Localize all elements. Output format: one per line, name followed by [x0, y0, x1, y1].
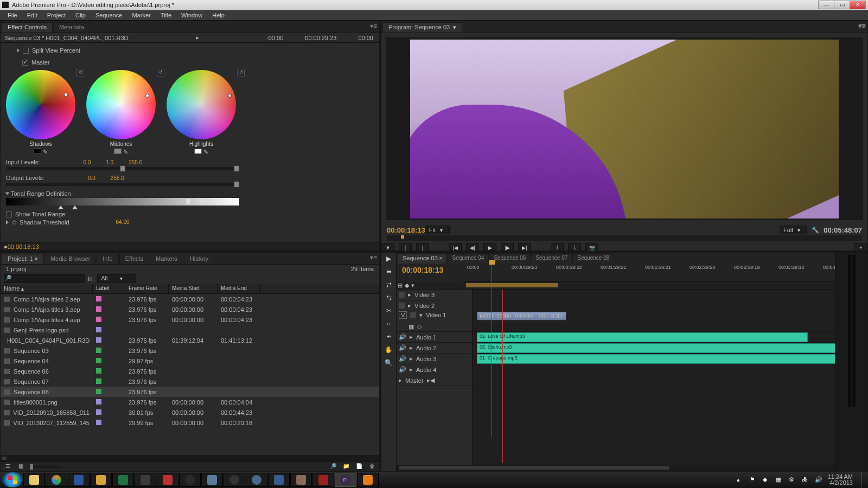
shadows-color-wheel[interactable]: [6, 70, 75, 139]
task-explorer[interactable]: [23, 473, 45, 487]
input-levels-slider[interactable]: [6, 167, 239, 170]
tab-sequence-06[interactable]: Sequence 06: [489, 253, 531, 264]
ripple-edit-tool[interactable]: ⇄: [384, 281, 394, 291]
slip-tool[interactable]: ↔: [384, 320, 394, 330]
track-select-tool[interactable]: ⬌: [384, 268, 394, 278]
icon-view-button[interactable]: ▦: [17, 463, 24, 471]
tray-icon[interactable]: ◆: [763, 476, 770, 484]
razor-tool[interactable]: ✂: [384, 307, 394, 317]
snap-button[interactable]: ⊞: [398, 282, 403, 289]
mark-out-point-button[interactable]: }: [416, 243, 429, 251]
project-row[interactable]: Sequence 0723.976 fps: [1, 376, 379, 387]
project-row[interactable]: Comp 1/Vajra titles 3.aep23.976 fps00:00…: [1, 304, 379, 314]
tab-sequence-04[interactable]: Sequence 04: [447, 253, 489, 264]
mark-in-button[interactable]: ▼: [381, 243, 394, 251]
task-premiere[interactable]: Pr: [335, 473, 356, 487]
find-button[interactable]: 🔎: [329, 463, 337, 471]
tab-media-browser[interactable]: Media Browser: [44, 254, 96, 264]
task-app-1[interactable]: [135, 473, 156, 487]
project-h-scroll[interactable]: [1, 455, 379, 461]
settings-icon[interactable]: 🔧: [812, 227, 819, 234]
project-row[interactable]: Sequence 0323.976 fps: [1, 345, 379, 356]
program-timecode-left[interactable]: 00:00:18:13: [387, 226, 425, 234]
tab-sequence-03[interactable]: Sequence 03 ×: [398, 253, 447, 264]
panel-menu-icon[interactable]: ▾≡: [370, 254, 377, 261]
fit-dropdown[interactable]: Fit ▾: [425, 226, 450, 234]
timeline-h-scroll[interactable]: [397, 465, 835, 471]
tab-sequence-08[interactable]: Sequence 08: [572, 253, 614, 264]
project-row[interactable]: Sequence 0429.97 fps: [1, 356, 379, 366]
task-outlook[interactable]: [90, 473, 112, 487]
rolling-edit-tool[interactable]: ⇆: [384, 294, 394, 304]
menu-clip[interactable]: Clip: [71, 11, 90, 20]
input-level-white[interactable]: 255.0: [129, 159, 142, 165]
eyedropper-icon[interactable]: ✎: [123, 149, 128, 155]
tab-history[interactable]: History: [184, 254, 214, 264]
project-row[interactable]: Sequence 0823.976 fps: [1, 387, 379, 397]
work-area-bar[interactable]: [466, 283, 558, 287]
tab-info[interactable]: Info: [97, 254, 118, 264]
task-app-8[interactable]: [290, 473, 312, 487]
selection-tool[interactable]: ▶: [384, 255, 394, 265]
play-button[interactable]: ▶: [483, 243, 496, 251]
tray-volume-icon[interactable]: 🔊: [815, 476, 822, 484]
task-vlc[interactable]: [357, 473, 379, 487]
midtones-reset-button[interactable]: ↺: [157, 69, 164, 76]
tab-metadata[interactable]: Metadata: [53, 22, 90, 33]
track-video-2[interactable]: ▸Video 2: [397, 300, 472, 311]
tab-sequence-07[interactable]: Sequence 07: [531, 253, 572, 264]
list-view-button[interactable]: ☰: [4, 463, 11, 471]
audio-clip-2[interactable]: 05. Otoño.mp3: [477, 343, 835, 353]
tray-icon[interactable]: ⚙: [789, 476, 796, 484]
project-row[interactable]: Sequence 0623.976 fps: [1, 366, 379, 376]
program-scrubber[interactable]: [387, 235, 862, 241]
task-word[interactable]: [68, 473, 90, 487]
marker-button[interactable]: ◆: [405, 282, 409, 289]
task-chrome[interactable]: [46, 473, 67, 487]
menu-edit[interactable]: Edit: [23, 11, 42, 20]
tab-program[interactable]: Program: Sequence 03 ▾: [382, 22, 462, 33]
new-bin-button[interactable]: 📁: [342, 463, 350, 471]
output-level-white[interactable]: 255.0: [111, 175, 124, 181]
input-level-gamma[interactable]: 1.0: [106, 159, 113, 165]
menu-file[interactable]: File: [3, 11, 22, 20]
step-back-button[interactable]: ◀|: [466, 243, 479, 251]
task-app-2[interactable]: [157, 473, 178, 487]
tray-clock[interactable]: 11:24 AM 4/2/2013: [828, 474, 856, 486]
tab-markers[interactable]: Markers: [150, 254, 183, 264]
tab-effects[interactable]: Effects: [119, 254, 149, 264]
project-row[interactable]: Comp 1/Vajra titles 2.aep23.976 fps00:00…: [1, 294, 379, 304]
output-level-black[interactable]: 0.0: [88, 175, 95, 181]
menu-window[interactable]: Window: [177, 11, 207, 20]
project-row[interactable]: Comp 1/Vajra titles 4.aep23.976 fps00:00…: [1, 314, 379, 325]
task-app-6[interactable]: [246, 473, 267, 487]
track-audio-2[interactable]: 🔊▸Audio 2: [397, 343, 472, 354]
project-row[interactable]: titles000001.png23.976 fps00:00:00:0000:…: [1, 397, 379, 407]
delete-button[interactable]: 🗑: [368, 463, 376, 471]
project-row[interactable]: H001_C004_0404PL_001.R3D23.976 fps01:39:…: [1, 335, 379, 345]
track-master[interactable]: ▸Master▸◀: [397, 375, 472, 386]
eyedropper-icon[interactable]: ✎: [203, 149, 208, 155]
pen-tool[interactable]: ✒: [384, 333, 394, 343]
highlights-color-wheel[interactable]: [167, 70, 236, 139]
task-app-5[interactable]: [224, 473, 245, 487]
tray-show-hidden[interactable]: ▴: [737, 476, 744, 484]
tab-effect-controls[interactable]: Effect Controls: [2, 22, 53, 33]
in-filter-dropdown[interactable]: All ▾: [97, 274, 136, 283]
settings-button[interactable]: ▾: [411, 282, 414, 289]
tray-network-icon[interactable]: 🖧: [802, 476, 809, 484]
timeline-ruler[interactable]: 00:0000:00:29:2300:00:59:2200:01:29:2100…: [462, 264, 835, 282]
task-app-3[interactable]: [179, 473, 201, 487]
tab-project[interactable]: Project: 1 ×: [2, 254, 44, 264]
hand-tool[interactable]: ✋: [384, 346, 394, 356]
project-row[interactable]: Genji Press logo.psd: [1, 325, 379, 335]
tray-icon[interactable]: ▦: [776, 476, 783, 484]
maximize-button[interactable]: ▭: [834, 1, 850, 9]
project-search-input[interactable]: [4, 274, 85, 283]
extract-button[interactable]: ⤵: [568, 243, 581, 251]
video-clip[interactable]: H001_C004_0404PL_001.R3D )pacity ▾: [477, 312, 566, 320]
shadow-threshold-value[interactable]: 64.00: [116, 219, 130, 225]
minimize-button[interactable]: —: [818, 1, 834, 9]
project-item-list[interactable]: Comp 1/Vajra titles 2.aep23.976 fps00:00…: [1, 294, 379, 455]
track-area[interactable]: H001_C004_0404PL_001.R3D )pacity ▾ 02. L…: [473, 290, 835, 465]
